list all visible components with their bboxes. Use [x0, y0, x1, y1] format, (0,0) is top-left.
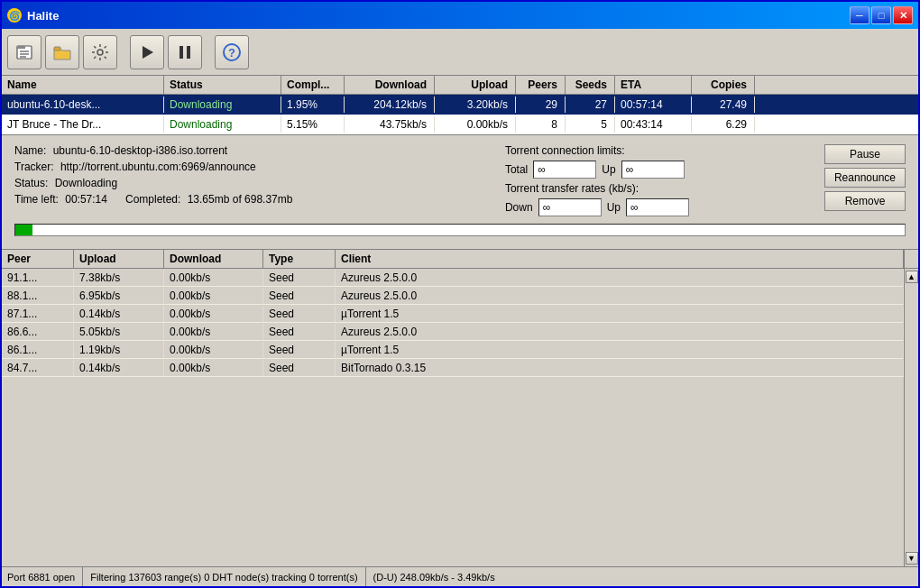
pd-client-2: µTorrent 1.5 — [336, 306, 904, 322]
detail-tracker-label: Tracker: — [14, 161, 54, 173]
pd-type-1: Seed — [263, 288, 336, 304]
td-compl-0: 1.95% — [281, 96, 345, 113]
td-status-1: Downloading — [164, 116, 281, 133]
td-seeds-0: 27 — [566, 96, 615, 113]
up-label-1: Up — [602, 163, 615, 176]
peers-section: Peer Upload Download Type Client 91.1...… — [2, 250, 918, 566]
close-button[interactable]: ✕ — [893, 6, 913, 24]
window-title: Halite — [27, 9, 59, 23]
total-label: Total — [505, 163, 528, 176]
help-button[interactable]: ? — [215, 35, 249, 69]
pd-download-1: 0.00kb/s — [164, 288, 263, 304]
pd-type-5: Seed — [263, 360, 336, 376]
total-input[interactable] — [533, 161, 596, 179]
td-compl-1: 5.15% — [281, 116, 345, 133]
td-upload-1: 0.00kb/s — [435, 116, 516, 133]
td-seeds-1: 5 — [566, 116, 615, 133]
pd-download-3: 0.00kb/s — [164, 324, 263, 340]
detail-action-buttons: Pause Reannounce Remove — [824, 144, 906, 216]
th-upload: Upload — [435, 76, 516, 94]
pause-button[interactable]: Pause — [824, 144, 906, 164]
pd-download-4: 0.00kb/s — [164, 342, 263, 358]
scrollbar-up-button[interactable]: ▲ — [906, 271, 918, 283]
up-input-1[interactable] — [621, 161, 685, 179]
peer-row-0[interactable]: 91.1... 7.38kb/s 0.00kb/s Seed Azureus 2… — [2, 269, 904, 287]
detail-status-label: Status: — [14, 177, 48, 189]
pd-peer-4: 86.1... — [2, 342, 74, 358]
th-status: Status — [164, 76, 281, 94]
torrent-row-0[interactable]: ubuntu-6.10-desk... Downloading 1.95% 20… — [2, 95, 918, 115]
progress-bar-fill — [15, 225, 32, 235]
status-bar: Port 6881 open Filtering 137603 range(s)… — [2, 566, 918, 586]
detail-name-value: ubuntu-6.10-desktop-i386.iso.torrent — [53, 144, 227, 157]
pd-download-5: 0.00kb/s — [164, 360, 263, 376]
th-download: Download — [345, 76, 435, 94]
status-port: Port 6881 open — [7, 567, 83, 586]
toolbar: ? — [2, 29, 918, 76]
svg-rect-8 — [179, 46, 183, 59]
svg-rect-9 — [187, 46, 190, 59]
td-copies-0: 27.49 — [692, 96, 755, 113]
pd-client-1: Azureus 2.5.0.0 — [336, 288, 904, 304]
detail-time-row: Time left: 00:57:14 Completed: 13.65mb o… — [14, 193, 491, 206]
transfer-rate-inputs: Down Up — [505, 198, 803, 216]
peer-row-5[interactable]: 84.7... 0.14kb/s 0.00kb/s Seed BitTornad… — [2, 359, 904, 377]
pd-download-0: 0.00kb/s — [164, 270, 263, 286]
pd-client-3: Azureus 2.5.0.0 — [336, 324, 904, 340]
pd-upload-1: 6.95kb/s — [74, 288, 164, 304]
open-folder-button[interactable] — [45, 35, 79, 69]
pause-toolbar-button[interactable] — [168, 35, 202, 69]
maximize-button[interactable]: □ — [871, 6, 891, 24]
td-status-0: Downloading — [164, 96, 281, 113]
settings-button[interactable] — [83, 35, 117, 69]
open-file-button[interactable] — [7, 35, 41, 69]
td-name-1: JT Bruce - The Dr... — [2, 116, 164, 133]
up-input-2[interactable] — [626, 198, 689, 216]
progress-bar-container — [14, 224, 906, 236]
vertical-scrollbar[interactable]: ▲ ▼ — [904, 269, 918, 566]
peer-row-4[interactable]: 86.1... 1.19kb/s 0.00kb/s Seed µTorrent … — [2, 341, 904, 359]
reannounce-button[interactable]: Reannounce — [824, 168, 906, 188]
detail-tracker-value: http://torrent.ubuntu.com:6969/announce — [60, 161, 256, 173]
td-download-1: 43.75kb/s — [345, 116, 435, 133]
td-copies-1: 6.29 — [692, 116, 755, 133]
td-download-0: 204.12kb/s — [345, 96, 435, 113]
peers-list[interactable]: 91.1... 7.38kb/s 0.00kb/s Seed Azureus 2… — [2, 269, 904, 566]
detail-name-label: Name: — [14, 144, 46, 157]
pd-peer-5: 84.7... — [2, 360, 74, 376]
svg-point-6 — [97, 50, 103, 55]
minimize-button[interactable]: ─ — [850, 6, 869, 24]
detail-completed: Completed: 13.65mb of 698.37mb — [125, 193, 292, 206]
title-controls: ─ □ ✕ — [850, 6, 913, 24]
play-button[interactable] — [130, 35, 164, 69]
torrent-table: Name Status Compl... Download Upload Pee… — [2, 76, 918, 135]
peer-row-1[interactable]: 88.1... 6.95kb/s 0.00kb/s Seed Azureus 2… — [2, 287, 904, 305]
remove-button[interactable]: Remove — [824, 191, 906, 211]
scrollbar-track[interactable] — [906, 283, 918, 552]
svg-rect-5 — [54, 47, 60, 51]
detail-status-value: Downloading — [55, 177, 117, 189]
status-speed: (D-U) 248.09kb/s - 3.49kb/s — [366, 567, 913, 586]
pd-client-5: BitTornado 0.3.15 — [336, 360, 904, 376]
scrollbar-down-button[interactable]: ▼ — [906, 552, 918, 565]
peers-th-type: Type — [263, 250, 336, 268]
pd-peer-0: 91.1... — [2, 270, 74, 286]
peer-row-2[interactable]: 87.1... 0.14kb/s 0.00kb/s Seed µTorrent … — [2, 305, 904, 323]
pd-upload-3: 5.05kb/s — [74, 324, 164, 340]
peer-row-3[interactable]: 86.6... 5.05kb/s 0.00kb/s Seed Azureus 2… — [2, 323, 904, 341]
th-seeds: Seeds — [566, 76, 615, 94]
peers-th-peer: Peer — [2, 250, 74, 268]
td-peers-1: 8 — [516, 116, 566, 133]
transfer-rates-row: Torrent transfer rates (kb/s): — [505, 182, 803, 195]
svg-rect-1 — [17, 46, 25, 49]
pd-upload-5: 0.14kb/s — [74, 360, 164, 376]
peers-th-download: Download — [164, 250, 263, 268]
pd-upload-2: 0.14kb/s — [74, 306, 164, 322]
down-input[interactable] — [538, 198, 602, 216]
td-eta-0: 00:57:14 — [615, 96, 692, 113]
th-compl: Compl... — [281, 76, 345, 94]
th-copies: Copies — [692, 76, 755, 94]
peers-th-upload: Upload — [74, 250, 164, 268]
torrent-row-1[interactable]: JT Bruce - The Dr... Downloading 5.15% 4… — [2, 115, 918, 134]
connection-limits-inputs: Total Up — [505, 161, 803, 179]
